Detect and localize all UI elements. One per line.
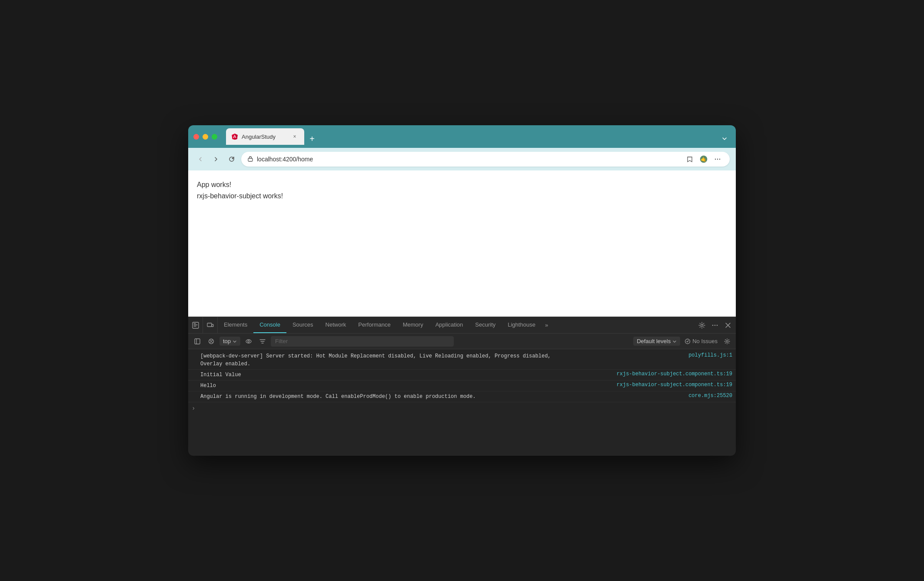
page-line2: rxjs-behavior-subject works! — [197, 190, 727, 202]
svg-point-9 — [701, 324, 703, 326]
svg-point-4 — [717, 159, 718, 160]
page-line1: App works! — [197, 179, 727, 190]
entry-icon-hello — [192, 382, 200, 383]
tab-sources[interactable]: Sources — [286, 317, 319, 333]
devtools-tabs: Elements Console Sources Network Perform… — [188, 317, 736, 334]
back-button[interactable] — [194, 153, 206, 165]
console-prompt[interactable]: › — [188, 402, 736, 414]
maximize-button[interactable] — [212, 134, 217, 140]
console-entry-angular-mode: Angular is running in development mode. … — [188, 391, 736, 402]
console-toolbar: top Default levels — [188, 334, 736, 349]
console-filter-icon — [257, 336, 268, 347]
extension-icon[interactable]: 🤙 — [698, 153, 710, 165]
url-text[interactable]: localhost:4200/home — [257, 156, 680, 163]
tab-more-button[interactable] — [718, 133, 731, 145]
devtools-inspect-button[interactable] — [188, 317, 203, 333]
svg-point-15 — [246, 340, 251, 343]
svg-point-11 — [715, 324, 716, 326]
tab-title: AngularStudy — [242, 134, 288, 140]
entry-icon-angular — [192, 393, 200, 394]
url-actions: 🤙 — [684, 153, 724, 165]
tab-security[interactable]: Security — [469, 317, 502, 333]
entry-link-webpack[interactable]: polyfills.js:1 — [688, 352, 732, 358]
traffic-lights — [193, 134, 217, 140]
tab-console[interactable]: Console — [253, 317, 286, 333]
entry-text-initial: Initial Value — [200, 371, 613, 379]
forward-button[interactable] — [210, 153, 222, 165]
console-prompt-input[interactable] — [198, 405, 732, 411]
entry-text-angular: Angular is running in development mode. … — [200, 393, 685, 401]
svg-rect-6 — [193, 322, 199, 328]
console-eye-button[interactable] — [243, 336, 254, 347]
entry-text-webpack: [webpack-dev-server] Server started: Hot… — [200, 352, 685, 368]
devtools-responsive-button[interactable] — [203, 317, 218, 333]
console-output[interactable]: [webpack-dev-server] Server started: Hot… — [188, 349, 736, 456]
svg-point-10 — [712, 324, 714, 326]
browser-window: AngularStudy × + — [188, 125, 736, 456]
url-bar[interactable]: localhost:4200/home 🤙 — [241, 152, 730, 167]
console-entry-initial-value: Initial Value rxjs-behavior-subject.comp… — [188, 370, 736, 381]
svg-rect-7 — [207, 323, 212, 327]
svg-point-3 — [715, 159, 716, 160]
entry-icon-initial — [192, 371, 200, 372]
top-context-selector[interactable]: top — [219, 337, 240, 346]
prompt-chevron-icon: › — [192, 405, 195, 412]
new-tab-button[interactable]: + — [306, 133, 318, 145]
svg-rect-8 — [212, 324, 213, 327]
svg-text:🤙: 🤙 — [701, 156, 707, 162]
devtools-panel: Elements Console Sources Network Perform… — [188, 317, 736, 456]
console-clear-button[interactable] — [206, 336, 217, 347]
tabs-spacer — [552, 317, 694, 333]
tab-memory[interactable]: Memory — [397, 317, 429, 333]
title-bar: AngularStudy × + — [188, 125, 736, 148]
tab-elements[interactable]: Elements — [218, 317, 253, 333]
devtools-more-button[interactable] — [709, 319, 721, 331]
entry-link-initial[interactable]: rxjs-behavior-subject.component.ts:19 — [617, 371, 732, 377]
tab-favicon-icon — [231, 133, 238, 140]
svg-point-16 — [248, 341, 249, 342]
entry-link-hello[interactable]: rxjs-behavior-subject.component.ts:19 — [617, 382, 732, 388]
reload-button[interactable] — [226, 153, 238, 165]
console-entry-hello: Hello rxjs-behavior-subject.component.ts… — [188, 381, 736, 391]
console-filter-input[interactable] — [271, 336, 454, 347]
tab-lighthouse[interactable]: Lighthouse — [502, 317, 542, 333]
tab-performance[interactable]: Performance — [352, 317, 396, 333]
svg-point-5 — [719, 159, 720, 160]
tab-network[interactable]: Network — [319, 317, 352, 333]
svg-point-18 — [726, 340, 728, 342]
tab-bar: AngularStudy × + — [226, 128, 731, 145]
tab-application[interactable]: Application — [429, 317, 469, 333]
svg-point-12 — [717, 324, 718, 326]
bookmark-button[interactable] — [684, 153, 696, 165]
devtools-controls — [694, 317, 736, 333]
entry-icon-webpack — [192, 352, 200, 353]
default-levels-selector[interactable]: Default levels — [633, 337, 680, 346]
minimize-button[interactable] — [203, 134, 208, 140]
address-bar: localhost:4200/home 🤙 — [188, 148, 736, 170]
active-tab[interactable]: AngularStudy × — [226, 128, 304, 145]
svg-rect-0 — [248, 158, 253, 161]
security-lock-icon — [247, 156, 253, 163]
menu-button[interactable] — [711, 153, 724, 165]
console-sidebar-toggle[interactable] — [192, 336, 203, 347]
close-button[interactable] — [193, 134, 199, 140]
entry-link-angular[interactable]: core.mjs:25520 — [688, 393, 732, 399]
entry-text-hello: Hello — [200, 382, 613, 390]
devtools-settings-button[interactable] — [696, 319, 708, 331]
page-content: App works! rxjs-behavior-subject works! — [188, 170, 736, 317]
tab-close-button[interactable]: × — [291, 133, 298, 140]
more-tabs-button[interactable]: » — [542, 317, 552, 333]
console-settings-button[interactable] — [722, 336, 732, 347]
devtools-close-button[interactable] — [722, 319, 734, 331]
svg-rect-13 — [195, 339, 200, 344]
console-entry-webpack: [webpack-dev-server] Server started: Hot… — [188, 351, 736, 370]
no-issues-indicator[interactable]: No Issues — [683, 338, 719, 344]
